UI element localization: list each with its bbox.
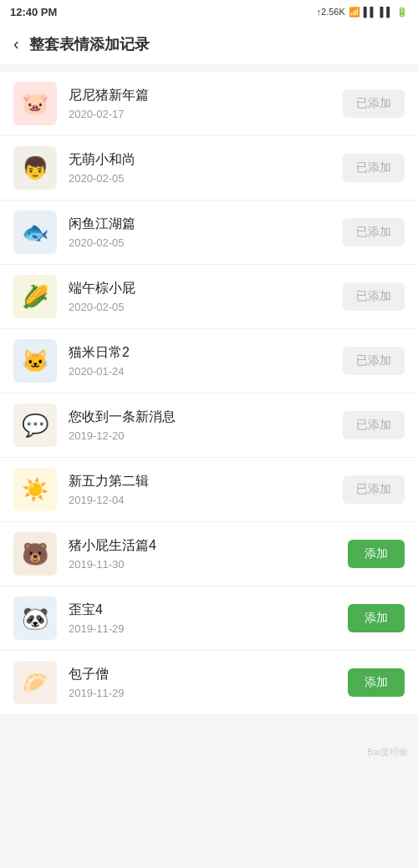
item-action: 已添加 <box>343 411 405 439</box>
item-info: 新五力第二辑 2019-12-04 <box>69 473 333 506</box>
item-info: 歪宝4 2019-11-29 <box>69 602 338 635</box>
status-time: 12:40 PM <box>10 6 57 18</box>
status-icons: ↑2.56K 📶 ▌▌ ▌▌ 🔋 <box>317 7 408 18</box>
added-button: 已添加 <box>343 89 405 118</box>
item-info: 尼尼猪新年篇 2020-02-17 <box>69 87 333 120</box>
list-item: 👦 无萌小和尚 2020-02-05 已添加 <box>0 136 418 201</box>
item-date: 2019-12-04 <box>69 494 333 506</box>
signal-icon: ▌▌ <box>364 7 377 17</box>
item-info: 猫米日常2 2020-01-24 <box>69 344 333 378</box>
network-speed: ↑2.56K <box>317 7 345 17</box>
item-date: 2020-02-05 <box>69 236 333 249</box>
list-item: 🥟 包子僧 2019-11-29 添加 <box>0 651 418 715</box>
status-bar: 12:40 PM ↑2.56K 📶 ▌▌ ▌▌ 🔋 <box>0 0 418 23</box>
list-item: 🐼 歪宝4 2019-11-29 添加 <box>0 586 418 651</box>
added-button: 已添加 <box>343 154 405 182</box>
item-name: 闲鱼江湖篇 <box>69 216 333 233</box>
item-avatar: 🐻 <box>13 532 57 576</box>
item-date: 2019-11-30 <box>69 558 338 571</box>
item-name: 包子僧 <box>69 666 338 683</box>
item-avatar: 🐼 <box>13 596 57 640</box>
add-button[interactable]: 添加 <box>348 604 405 632</box>
item-name: 猫米日常2 <box>69 344 333 362</box>
item-name: 猪小屁生活篇4 <box>69 537 338 555</box>
item-avatar: 🌽 <box>13 275 57 318</box>
item-date: 2020-02-17 <box>69 108 333 120</box>
item-action[interactable]: 添加 <box>348 604 405 632</box>
item-action: 已添加 <box>343 154 405 182</box>
added-button: 已添加 <box>343 475 405 504</box>
item-avatar: 👦 <box>13 146 57 190</box>
list-item: 🐟 闲鱼江湖篇 2020-02-05 已添加 <box>0 201 418 265</box>
item-info: 无萌小和尚 2020-02-05 <box>69 151 333 185</box>
list-item: 🐷 尼尼猪新年篇 2020-02-17 已添加 <box>0 72 418 136</box>
item-date: 2020-02-05 <box>69 301 333 313</box>
header: ‹ 整套表情添加记录 <box>0 23 418 65</box>
item-date: 2020-02-05 <box>69 172 333 185</box>
item-name: 尼尼猪新年篇 <box>69 87 333 104</box>
item-name: 新五力第二辑 <box>69 473 333 490</box>
battery-icon: 🔋 <box>396 7 408 18</box>
item-info: 包子僧 2019-11-29 <box>69 666 338 699</box>
item-action[interactable]: 添加 <box>348 668 405 697</box>
add-button[interactable]: 添加 <box>348 668 405 697</box>
item-action[interactable]: 添加 <box>348 540 405 568</box>
item-info: 猪小屁生活篇4 2019-11-30 <box>69 537 338 571</box>
item-avatar: 🐷 <box>13 82 57 125</box>
sticker-list: 🐷 尼尼猪新年篇 2020-02-17 已添加 👦 无萌小和尚 2020-02-… <box>0 72 418 715</box>
item-action: 已添加 <box>343 89 405 118</box>
watermark: Bai度经验 <box>367 746 408 759</box>
list-item: 🐻 猪小屁生活篇4 2019-11-30 添加 <box>0 522 418 586</box>
wifi-icon: 📶 <box>349 7 360 18</box>
item-date: 2019-11-29 <box>69 687 338 699</box>
item-info: 端午棕小屁 2020-02-05 <box>69 280 333 313</box>
item-action: 已添加 <box>343 347 405 375</box>
item-avatar: 🐱 <box>13 339 57 383</box>
list-item: 🐱 猫米日常2 2020-01-24 已添加 <box>0 329 418 393</box>
added-button: 已添加 <box>343 347 405 375</box>
item-name: 您收到一条新消息 <box>69 409 333 426</box>
list-item: 🌽 端午棕小屁 2020-02-05 已添加 <box>0 265 418 329</box>
item-avatar: 🥟 <box>13 661 57 704</box>
item-name: 端午棕小屁 <box>69 280 333 297</box>
add-button[interactable]: 添加 <box>348 540 405 568</box>
item-name: 歪宝4 <box>69 602 338 619</box>
added-button: 已添加 <box>343 218 405 246</box>
item-avatar: 🐟 <box>13 211 57 254</box>
list-item: 💬 您收到一条新消息 2019-12-20 已添加 <box>0 393 418 458</box>
item-action: 已添加 <box>343 218 405 246</box>
item-date: 2019-11-29 <box>69 622 338 635</box>
item-date: 2020-01-24 <box>69 365 333 378</box>
footer: Bai度经验 <box>0 715 418 765</box>
item-name: 无萌小和尚 <box>69 151 333 169</box>
list-item: ☀️ 新五力第二辑 2019-12-04 已添加 <box>0 458 418 522</box>
item-info: 您收到一条新消息 2019-12-20 <box>69 409 333 442</box>
item-action: 已添加 <box>343 475 405 504</box>
added-button: 已添加 <box>343 411 405 439</box>
item-avatar: 💬 <box>13 404 57 447</box>
back-button[interactable]: ‹ <box>13 34 19 53</box>
item-action: 已添加 <box>343 282 405 311</box>
item-date: 2019-12-20 <box>69 429 333 442</box>
added-button: 已添加 <box>343 282 405 311</box>
item-info: 闲鱼江湖篇 2020-02-05 <box>69 216 333 249</box>
page-title: 整套表情添加记录 <box>29 34 150 54</box>
item-avatar: ☀️ <box>13 468 57 511</box>
signal-icon2: ▌▌ <box>380 7 393 17</box>
